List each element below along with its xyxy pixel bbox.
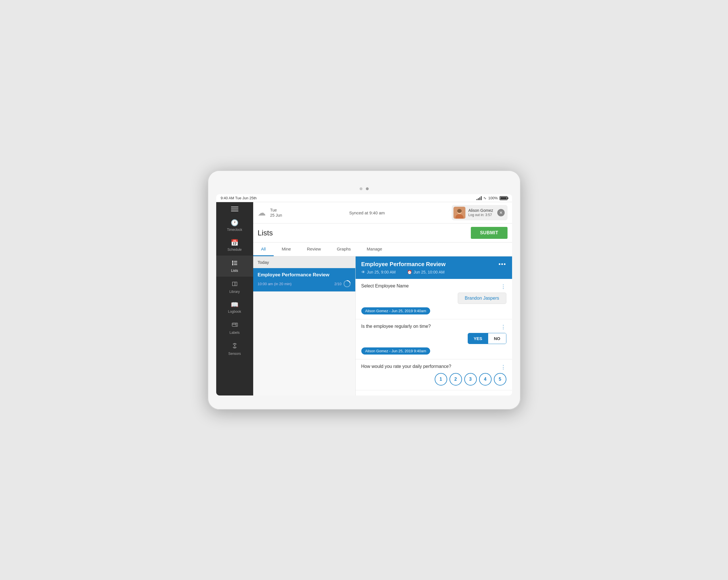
progress-text: 2/10 <box>334 282 341 286</box>
status-bar: 9:40 AM Tue Jun 25th ∿ 100% <box>216 194 512 202</box>
close-session-button[interactable]: ✕ <box>497 209 505 216</box>
svg-rect-2 <box>232 263 233 264</box>
status-time: 9:40 AM Tue Jun 25th <box>221 196 257 200</box>
question-options-3[interactable]: ⋮ <box>501 364 506 370</box>
rating-btn-1[interactable]: 1 <box>435 373 447 386</box>
tab-review[interactable]: Review <box>299 243 329 256</box>
left-panel: Today Employee Performance Review 10:00 … <box>253 256 356 395</box>
svg-rect-0 <box>232 261 233 262</box>
question-employee-name: Select Employee Name ⋮ Brandon Jaspers A… <box>356 279 512 319</box>
tab-mine[interactable]: Mine <box>274 243 299 256</box>
sidebar-label-sensors: Sensors <box>228 352 241 356</box>
tablet-screen: 9:40 AM Tue Jun 25th ∿ 100% <box>216 194 512 395</box>
sidebar-label-labels: Labels <box>230 331 239 335</box>
hamburger-icon <box>231 207 238 211</box>
list-item-title: Employee Performance Review <box>258 272 351 278</box>
tab-all[interactable]: All <box>253 243 274 256</box>
timeclock-icon: 🕐 <box>231 220 238 226</box>
rating-btn-3[interactable]: 3 <box>464 373 477 386</box>
sidebar-label-timeclock: Timeclock <box>227 228 242 232</box>
sidebar-item-timeclock[interactable]: 🕐 Timeclock <box>216 216 253 236</box>
user-avatar <box>453 207 465 219</box>
battery-icon <box>499 196 508 200</box>
user-badge: Alison Gomez Log out in: 3:57 ✕ <box>452 205 507 220</box>
right-panel: Employee Performance Review ••• 👁 Jun 25… <box>356 256 512 395</box>
rating-btn-2[interactable]: 2 <box>449 373 462 386</box>
task-header: Employee Performance Review ••• 👁 Jun 25… <box>356 256 512 279</box>
question-options-2[interactable]: ⋮ <box>501 324 506 330</box>
user-name: Alison Gomez <box>468 208 493 213</box>
svg-rect-6 <box>232 323 236 326</box>
date-date: 25 Jun <box>270 213 282 218</box>
menu-button[interactable] <box>216 202 253 216</box>
question-on-time: Is the employee regularly on time? ⋮ YES… <box>356 319 512 359</box>
sensors-icon <box>232 342 238 350</box>
weather-icon: ☁ <box>258 208 266 218</box>
lists-icon <box>232 259 238 267</box>
start-time-text: Jun 25, 9:00 AM <box>367 270 396 274</box>
submit-button[interactable]: SUBMIT <box>471 227 507 239</box>
eye-icon: 👁 <box>361 270 365 274</box>
clock-icon: ⏰ <box>407 270 412 274</box>
task-title-row: Employee Performance Review ••• <box>361 261 506 268</box>
sidebar-item-sensors[interactable]: Sensors <box>216 339 253 360</box>
sync-text: Synced at 9:40 am <box>287 211 447 215</box>
task-start-time: 👁 Jun 25, 9:00 AM <box>361 270 396 274</box>
avatar-image <box>453 207 465 219</box>
answer-area-2: YES NO <box>361 333 506 344</box>
sidebar-item-labels[interactable]: Labels <box>216 317 253 339</box>
answer-meta-2: Alison Gomez - Jun 25, 2019 9:40am <box>361 348 431 355</box>
sidebar: 🕐 Timeclock 📅 Schedule <box>216 202 253 395</box>
answer-area-1: Brandon Jaspers <box>361 293 506 304</box>
progress-ring <box>343 280 351 287</box>
yes-button[interactable]: YES <box>468 333 488 344</box>
list-item-progress: 2/10 <box>334 280 350 287</box>
task-title-text: Employee Performance Review <box>361 261 446 268</box>
rating-btn-5[interactable]: 5 <box>494 373 506 386</box>
tab-graphs[interactable]: Graphs <box>329 243 359 256</box>
svg-rect-3 <box>234 263 237 263</box>
list-item[interactable]: Employee Performance Review 10:00 am (in… <box>253 268 355 292</box>
user-info: Alison Gomez Log out in: 3:57 <box>468 208 493 218</box>
question-row-3: How would you rate your daily performanc… <box>361 364 506 370</box>
svg-rect-4 <box>232 264 233 265</box>
labels-icon <box>232 322 238 329</box>
question-text-2: Is the employee regularly on time? <box>361 324 501 329</box>
tab-manage[interactable]: Manage <box>359 243 390 256</box>
list-item-time: 10:00 am (in 20 min) <box>258 282 292 286</box>
yes-no-group: YES NO <box>468 333 506 344</box>
lists-title: Lists <box>258 228 273 238</box>
answer-area-3: 1 2 3 4 5 <box>361 373 506 386</box>
question-row-2: Is the employee regularly on time? ⋮ <box>361 324 506 330</box>
main-content: ☁ Tue 25 Jun Synced at 9:40 am <box>253 202 512 395</box>
tabs-bar: All Mine Review Graphs Manage <box>253 243 512 256</box>
employee-name-answer[interactable]: Brandon Jaspers <box>458 293 506 304</box>
question-text-3: How would you rate your daily performanc… <box>361 364 501 369</box>
schedule-icon: 📅 <box>231 240 238 246</box>
camera-dot <box>360 187 362 190</box>
question-row-1: Select Employee Name ⋮ <box>361 283 506 290</box>
wifi-icon: ∿ <box>483 196 487 200</box>
sidebar-item-library[interactable]: Library <box>216 277 253 298</box>
svg-rect-5 <box>234 265 237 265</box>
answer-meta-1: Alison Gomez - Jun 25, 2019 9:40am <box>361 307 431 314</box>
sidebar-item-schedule[interactable]: 📅 Schedule <box>216 236 253 256</box>
no-button[interactable]: NO <box>488 333 506 344</box>
question-options-1[interactable]: ⋮ <box>501 283 506 290</box>
task-times: 👁 Jun 25, 9:00 AM ⏰ Jun 25, 10:00 AM <box>361 270 506 274</box>
rating-group: 1 2 3 4 5 <box>435 373 506 386</box>
sidebar-item-lists[interactable]: Lists <box>216 256 253 277</box>
top-bar: ☁ Tue 25 Jun Synced at 9:40 am <box>253 202 512 223</box>
rating-btn-4[interactable]: 4 <box>479 373 492 386</box>
sidebar-label-lists: Lists <box>231 269 238 273</box>
sidebar-item-logbook[interactable]: 📖 Logbook <box>216 298 253 317</box>
lists-header: Lists SUBMIT <box>253 223 512 243</box>
library-icon <box>232 281 238 288</box>
task-more-button[interactable]: ••• <box>498 261 506 268</box>
date-info: Tue 25 Jun <box>270 208 282 218</box>
sidebar-label-library: Library <box>229 290 240 294</box>
content-area: Today Employee Performance Review 10:00 … <box>253 256 512 395</box>
due-time-text: Jun 25, 10:00 AM <box>414 270 445 274</box>
app-container: 🕐 Timeclock 📅 Schedule <box>216 202 512 395</box>
sidebar-label-logbook: Logbook <box>228 310 241 313</box>
